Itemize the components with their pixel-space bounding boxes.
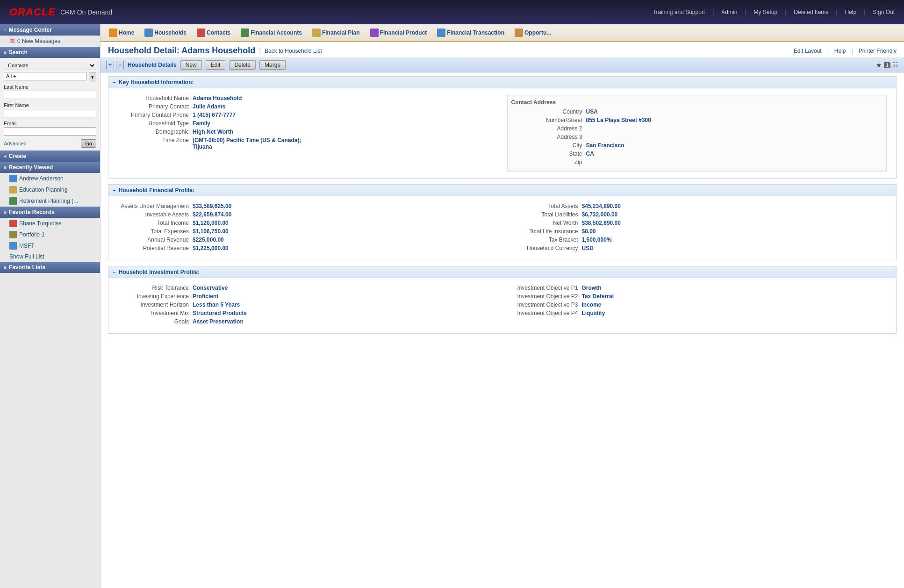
top-nav: Training and Support | Admin | My Setup … (653, 9, 895, 15)
help-link-page[interactable]: Help (834, 48, 846, 54)
main-layout: ≡ Message Center ✉ 0 New Messages ≡ Sear… (0, 24, 904, 588)
investment-mix-row: Investment Mix Structured Products (118, 310, 498, 316)
admin-link[interactable]: Admin (721, 9, 737, 15)
collapse-all-btn[interactable]: − (116, 61, 124, 69)
inv-obj-p1-row: Investment Objective P1 Growth (507, 285, 887, 291)
key-household-toggle[interactable]: − (113, 80, 116, 85)
household-type-value: Family (193, 120, 210, 127)
key-household-right: Contact Address Country USA Number/Stree… (502, 93, 892, 173)
goals-value: Asset Preservation (193, 318, 244, 325)
investment-profile-toggle[interactable]: − (113, 270, 116, 275)
message-center-header[interactable]: ≡ Message Center (0, 24, 100, 36)
primary-contact-phone-value: 1 (415) 677-7777 (193, 112, 236, 118)
state-value: CA (586, 151, 594, 157)
city-label: City (511, 142, 586, 149)
nav-financial-transaction-label: Financial Transaction (447, 29, 504, 36)
nav-financial-transaction[interactable]: Financial Transaction (432, 27, 509, 39)
email-label: Email (4, 121, 96, 126)
email-input[interactable] (4, 127, 96, 136)
page-title-area: Household Detail: Adams Household | Back… (108, 46, 322, 56)
delete-button[interactable]: Delete (229, 60, 256, 70)
expand-all-btn[interactable]: + (106, 61, 114, 69)
financial-profile-title-bar: − Household Financial Profile: (108, 185, 896, 196)
total-liabilities-row: Total Liabilities $6,732,000.00 (507, 211, 887, 218)
financial-profile-toggle[interactable]: − (113, 188, 116, 193)
tax-bracket-value: 1,500,000% (582, 237, 612, 243)
recently-viewed-header[interactable]: ≡ Recently Viewed (0, 162, 100, 173)
nav-contacts-label: Contacts (207, 29, 230, 36)
primary-contact-value[interactable]: Julie Adams (193, 103, 225, 110)
go-button[interactable]: Go (81, 139, 96, 148)
investment-profile-body: Risk Tolerance Conservative Investing Ex… (108, 278, 896, 333)
favorite-lists-header[interactable]: ≡ Favorite Lists (0, 262, 100, 273)
recently-viewed-item-1[interactable]: Andrew Anderson (0, 173, 100, 184)
show-full-list-link[interactable]: Show Full List (0, 251, 100, 262)
investing-experience-value: Proficient (193, 293, 218, 300)
recently-viewed-item-2[interactable]: Education Planning (0, 184, 100, 195)
search-section-header[interactable]: ≡ Search (0, 47, 100, 58)
fav-icon-2 (9, 231, 17, 238)
investment-profile-title-bar: − Household Investment Profile: (108, 266, 896, 278)
search-filter-btn[interactable]: ▾ (89, 72, 96, 82)
financial-accounts-icon (241, 29, 249, 37)
favorite-item-3[interactable]: MSFT (0, 240, 100, 251)
first-name-input[interactable] (4, 109, 96, 117)
total-life-insurance-row: Total Life Insurance $0.00 (507, 228, 887, 235)
my-setup-link[interactable]: My Setup (753, 9, 777, 15)
deleted-items-link[interactable]: Deleted Items (794, 9, 828, 15)
investment-mix-label: Investment Mix (118, 310, 193, 316)
investment-horizon-label: Investment Horizon (118, 301, 193, 308)
total-income-row: Total Income $1,120,000.00 (118, 220, 498, 226)
edit-layout-link[interactable]: Edit Layout (794, 48, 822, 54)
header-separator: | (259, 47, 261, 55)
nav-contacts[interactable]: Contacts (192, 27, 235, 39)
advanced-link[interactable]: Advanced (4, 141, 27, 146)
create-section-header[interactable]: + Create (0, 151, 100, 162)
favorite-item-2[interactable]: Portfolio-1 (0, 229, 100, 240)
recently-viewed-item-3[interactable]: Retirement Planning (... (0, 195, 100, 207)
household-type-label: Household Type (118, 120, 193, 127)
primary-contact-phone-row: Primary Contact Phone 1 (415) 677-7777 (118, 112, 498, 118)
nav-households[interactable]: Households (140, 27, 191, 39)
new-messages-item[interactable]: ✉ 0 New Messages (0, 36, 100, 47)
favorite-item-1[interactable]: Shane Turquoise (0, 218, 100, 229)
net-worth-row: Net Worth $38,502,890.00 (507, 220, 887, 226)
nav-financial-accounts-label: Financial Accounts (251, 29, 302, 36)
toolbar-grid-icon[interactable]: ☷ (892, 61, 898, 69)
last-name-label: Last Name (4, 84, 96, 90)
nav-financial-product[interactable]: Financial Product (366, 27, 432, 39)
financial-profile-grid: Assets Under Management $33,589,625.00 I… (113, 201, 891, 255)
back-to-household-list-link[interactable]: Back to Household List (265, 48, 322, 54)
merge-button[interactable]: Merge (259, 60, 286, 70)
new-button[interactable]: New (180, 60, 202, 70)
top-bar: ORACLE CRM On Demand Training and Suppor… (0, 0, 904, 24)
favorite-records-header[interactable]: ≡ Favorite Records (0, 207, 100, 218)
search-all-input[interactable] (4, 72, 87, 80)
investment-profile-section: − Household Investment Profile: Risk Tol… (108, 266, 897, 334)
household-type-row: Household Type Family (118, 120, 498, 127)
search-type-dropdown[interactable]: Contacts Households Financial Accounts (4, 61, 96, 70)
message-center-toggle: ≡ (4, 28, 7, 33)
address2-label: Address 2 (511, 125, 586, 132)
last-name-input[interactable] (4, 91, 96, 99)
number-street-row: Number/Street 855 La Playa Street #300 (511, 117, 883, 123)
printer-friendly-link[interactable]: Printer Friendly (859, 48, 897, 54)
demographic-label: Demographic (118, 129, 193, 135)
sign-out-link[interactable]: Sign Out (873, 9, 895, 15)
training-support-link[interactable]: Training and Support (653, 9, 705, 15)
nav-home[interactable]: Home (104, 27, 139, 39)
nav-financial-accounts[interactable]: Financial Accounts (236, 27, 307, 39)
investment-profile-grid: Risk Tolerance Conservative Investing Ex… (113, 283, 891, 329)
toolbar-star-icon[interactable]: ★ (876, 61, 882, 69)
city-row: City San Francisco (511, 142, 883, 149)
goals-label: Goals (118, 318, 193, 325)
investment-profile-right: Investment Objective P1 Growth Investmen… (502, 283, 892, 329)
key-household-title-bar: − Key Household Information: (108, 77, 896, 88)
nav-financial-plan[interactable]: Financial Plan (308, 27, 365, 39)
total-life-insurance-value: $0.00 (582, 228, 596, 235)
search-title: Search (9, 49, 28, 56)
edit-button[interactable]: Edit (206, 60, 226, 70)
nav-opportu[interactable]: Opportu... (510, 27, 556, 39)
household-currency-value: USD (582, 245, 594, 251)
help-link-top[interactable]: Help (845, 9, 856, 15)
